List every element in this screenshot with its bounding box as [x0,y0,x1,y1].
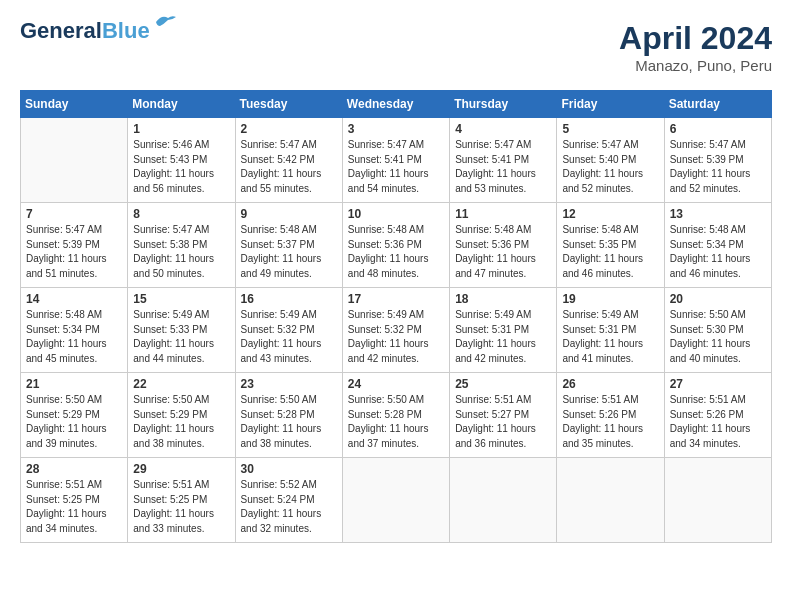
week-row-5: 28Sunrise: 5:51 AM Sunset: 5:25 PM Dayli… [21,458,772,543]
day-number: 16 [241,292,337,306]
week-row-2: 7Sunrise: 5:47 AM Sunset: 5:39 PM Daylig… [21,203,772,288]
location-subtitle: Manazo, Puno, Peru [619,57,772,74]
day-number: 25 [455,377,551,391]
day-number: 3 [348,122,444,136]
day-number: 11 [455,207,551,221]
week-row-4: 21Sunrise: 5:50 AM Sunset: 5:29 PM Dayli… [21,373,772,458]
day-info: Sunrise: 5:48 AM Sunset: 5:34 PM Dayligh… [26,308,122,366]
calendar-cell: 5Sunrise: 5:47 AM Sunset: 5:40 PM Daylig… [557,118,664,203]
calendar-table: SundayMondayTuesdayWednesdayThursdayFrid… [20,90,772,543]
week-row-1: 1Sunrise: 5:46 AM Sunset: 5:43 PM Daylig… [21,118,772,203]
day-number: 29 [133,462,229,476]
calendar-cell: 8Sunrise: 5:47 AM Sunset: 5:38 PM Daylig… [128,203,235,288]
calendar-cell: 25Sunrise: 5:51 AM Sunset: 5:27 PM Dayli… [450,373,557,458]
day-info: Sunrise: 5:48 AM Sunset: 5:35 PM Dayligh… [562,223,658,281]
header-thursday: Thursday [450,91,557,118]
header-wednesday: Wednesday [342,91,449,118]
month-title: April 2024 [619,20,772,57]
day-number: 20 [670,292,766,306]
day-info: Sunrise: 5:48 AM Sunset: 5:36 PM Dayligh… [348,223,444,281]
week-row-3: 14Sunrise: 5:48 AM Sunset: 5:34 PM Dayli… [21,288,772,373]
header-friday: Friday [557,91,664,118]
calendar-cell: 4Sunrise: 5:47 AM Sunset: 5:41 PM Daylig… [450,118,557,203]
calendar-cell: 29Sunrise: 5:51 AM Sunset: 5:25 PM Dayli… [128,458,235,543]
day-info: Sunrise: 5:47 AM Sunset: 5:40 PM Dayligh… [562,138,658,196]
day-info: Sunrise: 5:47 AM Sunset: 5:41 PM Dayligh… [348,138,444,196]
calendar-cell: 9Sunrise: 5:48 AM Sunset: 5:37 PM Daylig… [235,203,342,288]
day-info: Sunrise: 5:51 AM Sunset: 5:25 PM Dayligh… [133,478,229,536]
calendar-header-row: SundayMondayTuesdayWednesdayThursdayFrid… [21,91,772,118]
day-info: Sunrise: 5:51 AM Sunset: 5:26 PM Dayligh… [670,393,766,451]
day-info: Sunrise: 5:50 AM Sunset: 5:29 PM Dayligh… [133,393,229,451]
calendar-cell: 12Sunrise: 5:48 AM Sunset: 5:35 PM Dayli… [557,203,664,288]
day-info: Sunrise: 5:47 AM Sunset: 5:39 PM Dayligh… [670,138,766,196]
day-info: Sunrise: 5:48 AM Sunset: 5:34 PM Dayligh… [670,223,766,281]
day-info: Sunrise: 5:50 AM Sunset: 5:28 PM Dayligh… [241,393,337,451]
day-number: 1 [133,122,229,136]
day-info: Sunrise: 5:52 AM Sunset: 5:24 PM Dayligh… [241,478,337,536]
day-number: 10 [348,207,444,221]
calendar-cell [557,458,664,543]
day-number: 4 [455,122,551,136]
day-number: 15 [133,292,229,306]
calendar-cell: 24Sunrise: 5:50 AM Sunset: 5:28 PM Dayli… [342,373,449,458]
day-number: 9 [241,207,337,221]
day-info: Sunrise: 5:49 AM Sunset: 5:31 PM Dayligh… [562,308,658,366]
calendar-cell: 15Sunrise: 5:49 AM Sunset: 5:33 PM Dayli… [128,288,235,373]
day-info: Sunrise: 5:49 AM Sunset: 5:33 PM Dayligh… [133,308,229,366]
day-number: 13 [670,207,766,221]
calendar-cell: 16Sunrise: 5:49 AM Sunset: 5:32 PM Dayli… [235,288,342,373]
logo-bird-icon [154,14,176,30]
day-number: 8 [133,207,229,221]
day-info: Sunrise: 5:49 AM Sunset: 5:31 PM Dayligh… [455,308,551,366]
calendar-cell: 18Sunrise: 5:49 AM Sunset: 5:31 PM Dayli… [450,288,557,373]
calendar-cell: 19Sunrise: 5:49 AM Sunset: 5:31 PM Dayli… [557,288,664,373]
title-block: April 2024 Manazo, Puno, Peru [619,20,772,74]
day-info: Sunrise: 5:49 AM Sunset: 5:32 PM Dayligh… [241,308,337,366]
day-info: Sunrise: 5:51 AM Sunset: 5:27 PM Dayligh… [455,393,551,451]
calendar-cell: 30Sunrise: 5:52 AM Sunset: 5:24 PM Dayli… [235,458,342,543]
logo-text: GeneralBlue [20,20,150,42]
day-info: Sunrise: 5:50 AM Sunset: 5:29 PM Dayligh… [26,393,122,451]
day-number: 24 [348,377,444,391]
day-number: 17 [348,292,444,306]
logo: GeneralBlue [20,20,176,42]
day-info: Sunrise: 5:49 AM Sunset: 5:32 PM Dayligh… [348,308,444,366]
calendar-cell: 13Sunrise: 5:48 AM Sunset: 5:34 PM Dayli… [664,203,771,288]
calendar-cell [450,458,557,543]
day-number: 26 [562,377,658,391]
day-info: Sunrise: 5:47 AM Sunset: 5:38 PM Dayligh… [133,223,229,281]
day-number: 12 [562,207,658,221]
day-info: Sunrise: 5:46 AM Sunset: 5:43 PM Dayligh… [133,138,229,196]
day-number: 23 [241,377,337,391]
calendar-cell: 20Sunrise: 5:50 AM Sunset: 5:30 PM Dayli… [664,288,771,373]
day-number: 5 [562,122,658,136]
day-info: Sunrise: 5:47 AM Sunset: 5:39 PM Dayligh… [26,223,122,281]
day-number: 30 [241,462,337,476]
day-number: 19 [562,292,658,306]
calendar-cell: 10Sunrise: 5:48 AM Sunset: 5:36 PM Dayli… [342,203,449,288]
header-monday: Monday [128,91,235,118]
day-number: 28 [26,462,122,476]
calendar-cell [342,458,449,543]
calendar-cell: 21Sunrise: 5:50 AM Sunset: 5:29 PM Dayli… [21,373,128,458]
calendar-cell: 11Sunrise: 5:48 AM Sunset: 5:36 PM Dayli… [450,203,557,288]
day-number: 27 [670,377,766,391]
day-info: Sunrise: 5:48 AM Sunset: 5:37 PM Dayligh… [241,223,337,281]
day-number: 7 [26,207,122,221]
calendar-cell: 7Sunrise: 5:47 AM Sunset: 5:39 PM Daylig… [21,203,128,288]
calendar-cell: 2Sunrise: 5:47 AM Sunset: 5:42 PM Daylig… [235,118,342,203]
calendar-cell: 14Sunrise: 5:48 AM Sunset: 5:34 PM Dayli… [21,288,128,373]
calendar-cell: 22Sunrise: 5:50 AM Sunset: 5:29 PM Dayli… [128,373,235,458]
calendar-cell: 28Sunrise: 5:51 AM Sunset: 5:25 PM Dayli… [21,458,128,543]
day-info: Sunrise: 5:51 AM Sunset: 5:25 PM Dayligh… [26,478,122,536]
calendar-cell [21,118,128,203]
day-number: 6 [670,122,766,136]
day-info: Sunrise: 5:47 AM Sunset: 5:42 PM Dayligh… [241,138,337,196]
calendar-cell: 1Sunrise: 5:46 AM Sunset: 5:43 PM Daylig… [128,118,235,203]
calendar-cell: 23Sunrise: 5:50 AM Sunset: 5:28 PM Dayli… [235,373,342,458]
day-number: 21 [26,377,122,391]
day-info: Sunrise: 5:47 AM Sunset: 5:41 PM Dayligh… [455,138,551,196]
day-info: Sunrise: 5:48 AM Sunset: 5:36 PM Dayligh… [455,223,551,281]
calendar-cell: 6Sunrise: 5:47 AM Sunset: 5:39 PM Daylig… [664,118,771,203]
